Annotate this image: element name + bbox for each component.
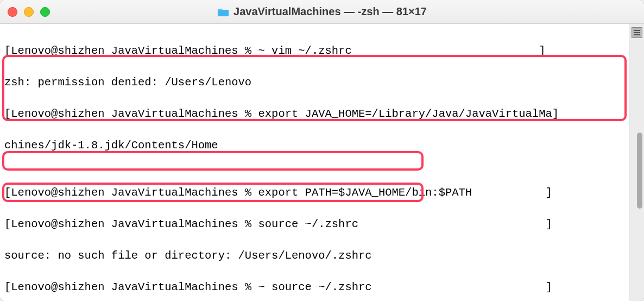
traffic-lights — [8, 7, 50, 17]
terminal-line: [Lenovo@shizhen JavaVirtualMachines % ex… — [4, 185, 627, 200]
terminal-line: [Lenovo@shizhen JavaVirtualMachines % so… — [4, 216, 627, 232]
folder-icon — [217, 7, 229, 17]
window-title: JavaVirtualMachines — -zsh — 81×17 — [217, 5, 427, 18]
terminal-window: JavaVirtualMachines — -zsh — 81×17 [Leno… — [0, 0, 644, 301]
minimize-button[interactable] — [24, 7, 34, 17]
right-gutter — [629, 24, 644, 301]
terminal-line: [Lenovo@shizhen JavaVirtualMachines % ex… — [4, 106, 627, 122]
titlebar[interactable]: JavaVirtualMachines — -zsh — 81×17 — [0, 0, 644, 24]
terminal-content[interactable]: [Lenovo@shizhen JavaVirtualMachines % ~ … — [0, 24, 629, 301]
maximize-button[interactable] — [40, 7, 50, 17]
terminal-line: zsh: permission denied: /Users/Lenovo — [4, 74, 627, 90]
window-title-text: JavaVirtualMachines — -zsh — 81×17 — [233, 5, 427, 18]
terminal-line: [Lenovo@shizhen JavaVirtualMachines % ~ … — [4, 279, 627, 295]
list-icon[interactable] — [632, 27, 642, 38]
close-button[interactable] — [8, 7, 17, 17]
terminal-line: [Lenovo@shizhen JavaVirtualMachines % ~ … — [4, 43, 627, 59]
terminal-line: chines/jdk-1.8.jdk/Contents/Home — [4, 137, 627, 153]
terminal-line: source: no such file or directory: /User… — [4, 248, 627, 264]
scrollbar-thumb[interactable] — [637, 133, 642, 209]
